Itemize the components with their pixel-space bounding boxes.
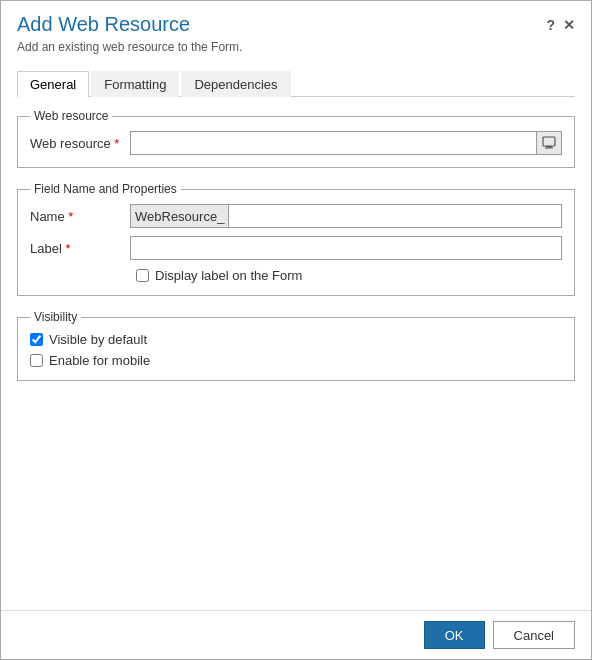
field-name-legend: Field Name and Properties: [30, 182, 181, 196]
name-input-wrapper: WebResource_: [130, 204, 562, 228]
name-required-star: *: [68, 209, 73, 224]
name-input[interactable]: [228, 204, 562, 228]
svg-rect-0: [543, 137, 555, 146]
dialog-subtitle: Add an existing web resource to the Form…: [1, 40, 591, 62]
web-resource-browse-button[interactable]: [536, 131, 562, 155]
svg-rect-2: [545, 148, 553, 149]
add-web-resource-dialog: Add Web Resource ? ✕ Add an existing web…: [0, 0, 592, 660]
tab-bar: General Formatting Dependencies: [17, 70, 575, 97]
cancel-button[interactable]: Cancel: [493, 621, 575, 649]
web-resource-required-star: *: [114, 136, 119, 151]
web-resource-input[interactable]: [130, 131, 536, 155]
tab-formatting[interactable]: Formatting: [91, 71, 179, 97]
dialog-footer: OK Cancel: [1, 610, 591, 659]
tab-general[interactable]: General: [17, 71, 89, 97]
browse-icon: [542, 136, 556, 150]
name-prefix: WebResource_: [130, 204, 228, 228]
field-name-section: Field Name and Properties Name * WebReso…: [17, 182, 575, 296]
visibility-legend: Visibility: [30, 310, 81, 324]
web-resource-row: Web resource *: [30, 131, 562, 155]
visibility-section: Visibility Visible by default Enable for…: [17, 310, 575, 381]
label-row: Label *: [30, 236, 562, 260]
dialog-title: Add Web Resource: [17, 13, 190, 36]
visible-default-checkbox[interactable]: [30, 333, 43, 346]
dialog-body: General Formatting Dependencies Web reso…: [1, 62, 591, 610]
name-row: Name * WebResource_: [30, 204, 562, 228]
name-label: Name *: [30, 209, 130, 224]
enable-mobile-row: Enable for mobile: [30, 353, 562, 368]
visible-default-label: Visible by default: [49, 332, 147, 347]
web-resource-legend: Web resource: [30, 109, 112, 123]
dialog-header-icons: ? ✕: [546, 13, 575, 33]
label-label: Label *: [30, 241, 130, 256]
display-label-row: Display label on the Form: [30, 268, 562, 283]
svg-rect-1: [546, 146, 552, 148]
display-label-checkbox-label: Display label on the Form: [155, 268, 302, 283]
enable-mobile-checkbox[interactable]: [30, 354, 43, 367]
tab-dependencies[interactable]: Dependencies: [181, 71, 290, 97]
close-icon[interactable]: ✕: [563, 17, 575, 33]
ok-button[interactable]: OK: [424, 621, 485, 649]
label-input[interactable]: [130, 236, 562, 260]
visible-default-row: Visible by default: [30, 332, 562, 347]
web-resource-section: Web resource Web resource *: [17, 109, 575, 168]
dialog-header: Add Web Resource ? ✕: [1, 1, 591, 40]
web-resource-label: Web resource *: [30, 136, 130, 151]
display-label-checkbox[interactable]: [136, 269, 149, 282]
web-resource-input-wrapper: [130, 131, 562, 155]
enable-mobile-label: Enable for mobile: [49, 353, 150, 368]
help-icon[interactable]: ?: [546, 17, 555, 33]
label-required-star: *: [65, 241, 70, 256]
